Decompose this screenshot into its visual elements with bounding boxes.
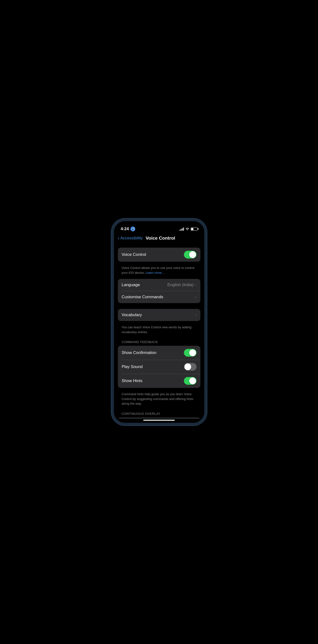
signal-icon [180,227,184,231]
play-sound-row: Play Sound [118,360,200,374]
vocabulary-row[interactable]: Vocabulary › [118,309,200,321]
phone-inner: 4:24 [114,221,204,423]
show-confirmation-toggle[interactable] [184,349,197,357]
chevron-right-icon: › [195,313,196,317]
voice-control-toggle[interactable] [184,251,197,258]
nav-header: ‹ Accessibility Voice Control [114,233,204,244]
phone-frame: 4:24 [112,219,207,425]
vocabulary-description: You can teach Voice Control new words by… [118,323,200,338]
play-sound-label: Play Sound [122,364,143,369]
customise-commands-row[interactable]: Customise Commands › [118,291,200,303]
show-hints-label: Show Hints [122,378,143,383]
page-title: Voice Control [146,236,175,241]
show-hints-toggle[interactable] [184,377,197,385]
toggle-thumb [189,378,196,384]
mic-indicator [130,226,135,232]
toggle-thumb [184,364,191,370]
back-button[interactable]: ‹ Accessibility [118,235,143,241]
home-indicator [143,420,175,421]
overlay-row[interactable]: Overlay None › [118,418,200,419]
voice-control-group: Voice Control [118,248,200,262]
command-feedback-group: Show Confirmation Play Sound Show Hints [118,346,200,388]
wifi-icon [185,227,189,231]
battery-icon [191,227,198,231]
status-icons [180,227,198,231]
play-sound-toggle[interactable] [184,363,197,371]
back-chevron-icon: ‹ [118,235,120,241]
vocabulary-label: Vocabulary [122,312,142,318]
show-confirmation-row: Show Confirmation [118,346,200,360]
customise-commands-label: Customise Commands [122,294,163,300]
toggle-thumb [189,251,196,258]
voice-control-label: Voice Control [122,252,146,257]
vocabulary-right: › [195,313,196,317]
show-hints-row: Show Hints [118,374,200,388]
customise-right: › [195,295,196,299]
continuous-overlay-header: CONTINUOUS OVERLAY [114,410,204,418]
vocabulary-group: Vocabulary › [118,309,200,321]
toggle-thumb [189,350,196,356]
voice-control-description: Voice Control allows you to use your voi… [118,264,200,279]
language-group: Language English (India) › Customise Com… [118,279,200,303]
time-display: 4:24 [121,226,129,232]
language-value: English (India) [167,282,194,287]
hints-description: Command hints help guide you as you lear… [118,390,200,410]
overlay-group: Overlay None › [118,418,200,419]
command-feedback-header: COMMAND FEEDBACK [114,338,204,346]
dynamic-island [144,224,174,233]
language-row[interactable]: Language English (India) › [118,279,200,291]
settings-content: Voice Control Voice Control allows you t… [114,244,204,419]
battery-fill [191,228,193,230]
show-confirmation-label: Show Confirmation [122,350,157,355]
language-label: Language [122,282,140,287]
learn-more-link[interactable]: Learn more… [146,271,165,274]
voice-control-row: Voice Control [118,248,200,262]
chevron-right-icon: › [195,295,196,299]
back-label: Accessibility [120,236,143,240]
language-value-group: English (India) › [167,282,197,287]
chevron-right-icon: › [195,283,196,287]
status-time: 4:24 [121,226,135,232]
